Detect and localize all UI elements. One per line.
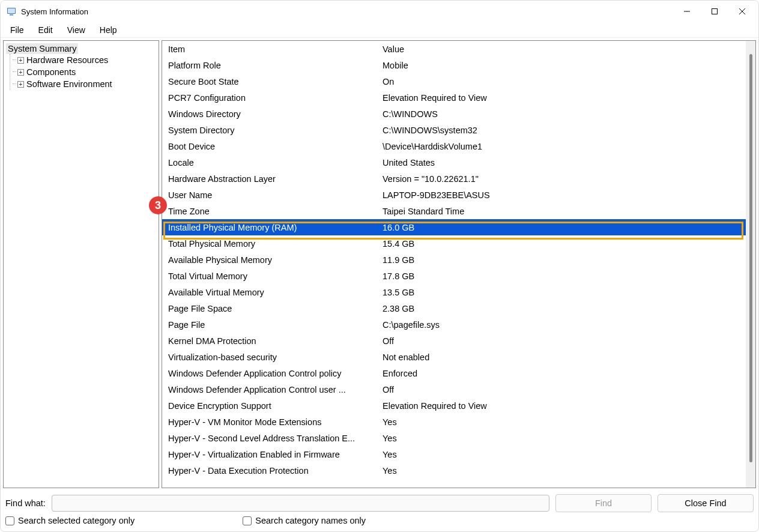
row-item: Platform Role xyxy=(162,61,381,70)
annotation-badge-3: 3 xyxy=(149,196,167,214)
table-row[interactable]: Hyper-V - Second Level Address Translati… xyxy=(162,430,746,446)
table-row[interactable]: PCR7 ConfigurationElevation Required to … xyxy=(162,89,746,106)
table-row[interactable]: Windows DirectoryC:\WINDOWS xyxy=(162,106,746,122)
minimize-button[interactable] xyxy=(673,2,701,21)
row-value: \Device\HarddiskVolume1 xyxy=(381,142,746,151)
table-row[interactable]: System DirectoryC:\WINDOWS\system32 xyxy=(162,122,746,138)
checkbox-icon[interactable] xyxy=(243,516,252,525)
expand-icon[interactable]: + xyxy=(17,81,24,88)
tree-item-software-environment[interactable]: + Software Environment xyxy=(10,78,156,90)
maximize-button[interactable] xyxy=(701,2,728,21)
tree-panel[interactable]: System Summary + Hardware Resources + Co… xyxy=(3,40,159,488)
detail-panel: Item Value Platform RoleMobileSecure Boo… xyxy=(162,40,756,488)
row-value: Off xyxy=(381,385,746,394)
table-row[interactable]: Hyper-V - VM Monitor Mode ExtensionsYes xyxy=(162,414,746,430)
table-row[interactable]: Secure Boot StateOn xyxy=(162,73,746,89)
row-item: Total Virtual Memory xyxy=(162,271,381,281)
svg-rect-1 xyxy=(8,8,15,13)
menu-edit[interactable]: Edit xyxy=(31,23,60,37)
menubar: File Edit View Help xyxy=(1,22,758,38)
table-row[interactable]: Total Physical Memory15.4 GB xyxy=(162,235,746,252)
tree-item-components[interactable]: + Components xyxy=(10,66,156,78)
app-icon xyxy=(7,7,16,16)
close-button[interactable] xyxy=(728,2,756,21)
titlebar: System Information xyxy=(1,1,758,22)
table-row[interactable]: Total Virtual Memory17.8 GB xyxy=(162,268,746,284)
find-button[interactable]: Find xyxy=(555,494,652,512)
menu-view[interactable]: View xyxy=(60,23,92,37)
table-row[interactable]: Available Virtual Memory13.5 GB xyxy=(162,284,746,300)
table-row[interactable]: Page File Space2.38 GB xyxy=(162,300,746,316)
table-row[interactable]: Available Physical Memory11.9 GB xyxy=(162,252,746,268)
table-row[interactable]: Hyper-V - Data Execution ProtectionYes xyxy=(162,462,746,479)
row-value: 11.9 GB xyxy=(381,255,746,265)
row-item: System Directory xyxy=(162,125,381,135)
table-row[interactable]: Installed Physical Memory (RAM)16.0 GB xyxy=(162,219,746,235)
row-value: LAPTOP-9DB23EBE\ASUS xyxy=(381,190,746,200)
column-value[interactable]: Value xyxy=(381,44,746,54)
checkbox-icon[interactable] xyxy=(5,516,14,525)
row-value: Yes xyxy=(381,434,746,443)
row-value: Yes xyxy=(381,450,746,459)
check-search-category-names[interactable]: Search category names only xyxy=(243,516,366,525)
window-title: System Information xyxy=(21,7,673,16)
row-item: Boot Device xyxy=(162,142,381,151)
menu-help[interactable]: Help xyxy=(92,23,124,37)
row-item: Hyper-V - Data Execution Protection xyxy=(162,466,381,476)
check-search-selected-category[interactable]: Search selected category only xyxy=(5,516,135,525)
svg-rect-2 xyxy=(10,14,13,16)
expand-icon[interactable]: + xyxy=(17,69,24,76)
table-row[interactable]: Hardware Abstraction LayerVersion = "10.… xyxy=(162,171,746,187)
table-row[interactable]: User NameLAPTOP-9DB23EBE\ASUS xyxy=(162,187,746,203)
row-item: Hyper-V - VM Monitor Mode Extensions xyxy=(162,417,381,427)
vertical-scrollbar[interactable] xyxy=(746,41,755,488)
row-value: Yes xyxy=(381,466,746,476)
row-item: Device Encryption Support xyxy=(162,401,381,411)
table-row[interactable]: Boot Device\Device\HarddiskVolume1 xyxy=(162,138,746,154)
table-row[interactable]: Time ZoneTaipei Standard Time xyxy=(162,203,746,219)
tree-root[interactable]: System Summary xyxy=(6,43,78,54)
menu-file[interactable]: File xyxy=(3,23,31,37)
row-item: Available Virtual Memory xyxy=(162,288,381,297)
row-item: Hardware Abstraction Layer xyxy=(162,174,381,184)
row-item: Secure Boot State xyxy=(162,77,381,86)
find-what-label: Find what: xyxy=(5,498,46,508)
row-value: C:\WINDOWS xyxy=(381,109,746,119)
expand-icon[interactable]: + xyxy=(17,57,24,64)
row-value: 15.4 GB xyxy=(381,239,746,249)
column-item[interactable]: Item xyxy=(162,44,381,54)
row-item: Windows Defender Application Control pol… xyxy=(162,369,381,378)
row-value: 2.38 GB xyxy=(381,304,746,313)
tree-item-hardware-resources[interactable]: + Hardware Resources xyxy=(10,54,156,66)
table-row[interactable]: Virtualization-based securityNot enabled xyxy=(162,349,746,365)
row-item: Total Physical Memory xyxy=(162,239,381,249)
tree-item-label: Hardware Resources xyxy=(26,55,108,65)
table-row[interactable]: Kernel DMA ProtectionOff xyxy=(162,333,746,349)
row-value: 13.5 GB xyxy=(381,288,746,297)
row-item: Hyper-V - Virtualization Enabled in Firm… xyxy=(162,450,381,459)
tree-item-label: Components xyxy=(26,67,76,77)
table-row[interactable]: LocaleUnited States xyxy=(162,154,746,171)
find-input[interactable] xyxy=(52,495,549,512)
checkbox-label: Search category names only xyxy=(255,516,366,525)
table-row[interactable]: Windows Defender Application Control use… xyxy=(162,381,746,397)
table-row[interactable]: Device Encryption SupportElevation Requi… xyxy=(162,397,746,414)
close-find-button[interactable]: Close Find xyxy=(658,494,754,512)
table-row[interactable]: Windows Defender Application Control pol… xyxy=(162,365,746,381)
table-row[interactable]: Hyper-V - Virtualization Enabled in Firm… xyxy=(162,446,746,462)
row-value: On xyxy=(381,77,746,86)
row-item: Windows Directory xyxy=(162,109,381,119)
row-item: PCR7 Configuration xyxy=(162,93,381,103)
row-value: Taipei Standard Time xyxy=(381,207,746,216)
row-value: Mobile xyxy=(381,61,746,70)
row-item: Page File xyxy=(162,320,381,330)
row-value: Yes xyxy=(381,417,746,427)
table-row[interactable]: Platform RoleMobile xyxy=(162,57,746,73)
table-row[interactable]: Page FileC:\pagefile.sys xyxy=(162,316,746,333)
column-headers[interactable]: Item Value xyxy=(162,41,746,57)
row-item: User Name xyxy=(162,190,381,200)
find-bar: Find what: Find Close Find xyxy=(1,491,758,513)
scrollbar-thumb[interactable] xyxy=(749,54,752,462)
tree-item-label: Software Environment xyxy=(26,79,112,89)
row-value: United States xyxy=(381,158,746,168)
